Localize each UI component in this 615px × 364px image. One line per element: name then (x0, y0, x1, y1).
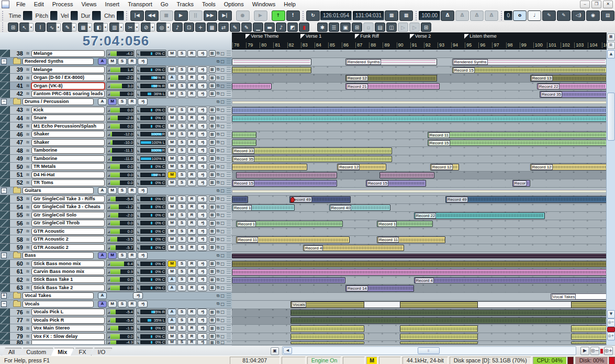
track-solo-button[interactable]: S (177, 196, 186, 202)
clip-row-d4-hi-hat[interactable] (232, 172, 607, 179)
track-mute-button[interactable]: M (167, 228, 176, 235)
minimize-track-icon[interactable]: □ (220, 318, 225, 323)
track-solo-button[interactable]: S (177, 309, 186, 315)
big-time-display[interactable]: 57:04:056 (0, 32, 232, 49)
row-resize-handle[interactable] (227, 196, 231, 201)
whole-note-icon[interactable]: o (513, 10, 527, 21)
track-strip[interactable] (0, 115, 10, 122)
clone-icon[interactable]: ⧉ (217, 269, 220, 274)
track-number[interactable]: 41 (10, 83, 24, 89)
menu-process[interactable]: Process (48, 0, 77, 9)
track-pan[interactable]: ◣100% R (136, 130, 166, 138)
piano-roll-icon[interactable]: ▦ (209, 204, 216, 210)
folder-name-box[interactable]: Vocal Takes (23, 292, 94, 299)
row-resize-handle[interactable] (227, 277, 231, 282)
clone-icon[interactable]: ⧉ (217, 51, 220, 56)
go-to-start-button[interactable]: |◀ (130, 10, 144, 21)
track-row-gtr-singlecoil-solo[interactable]: 55≋Gtr SingleCoil Solo◢-2.0◣0% CMSR»)▦⧉□ (0, 211, 232, 219)
minimize-track-icon[interactable]: □ (220, 334, 225, 339)
clip[interactable] (379, 172, 434, 178)
track-pan[interactable]: ◣0% C (136, 284, 166, 292)
row-resize-handle[interactable] (227, 164, 231, 169)
row-resize-handle[interactable] (227, 107, 231, 112)
minimize-icon[interactable]: – (580, 1, 590, 8)
track-number[interactable]: 57 (10, 228, 24, 234)
zoom-out-icon[interactable]: ◎− (590, 347, 599, 355)
track-name-box[interactable]: GTR Acoustic 2 (31, 236, 105, 243)
clip[interactable] (290, 334, 364, 340)
layout-tool-icon[interactable]: ▥▾ (109, 22, 120, 32)
track-row-gtr-singlecoil-throb[interactable]: 56≋Gtr SingleCoil Throb◢0.0◣0% CMSR»)▦⧉□ (0, 220, 232, 228)
track-row-carvin-bass-mono-mix[interactable]: 61≋Carvin Bass mono mix◢0.9◣0% CMSR»)▦⧉□ (0, 268, 232, 276)
track-pan[interactable]: ◣0% C (136, 163, 166, 170)
clip[interactable] (232, 190, 607, 193)
event-list-icon[interactable]: ☰ (329, 22, 339, 32)
clip-row-bass[interactable] (232, 252, 607, 260)
track-record-button[interactable]: R (187, 220, 196, 226)
track-output-button[interactable]: ») (197, 309, 207, 315)
view-options-icon[interactable]: ✱ (317, 22, 328, 32)
folder-mute-button[interactable]: M (108, 187, 117, 194)
menu-windows[interactable]: Windows (248, 0, 280, 9)
track-record-button[interactable]: R (187, 90, 196, 97)
clip-row-melange[interactable]: Record 15 (232, 66, 607, 74)
clone-icon[interactable]: ⧉ (217, 285, 220, 290)
folder-output-button[interactable]: ») (138, 301, 148, 308)
track-row-snare[interactable]: 44≋Snare◢-2.6◣0% CMSR»)▦⧉□ (0, 115, 232, 122)
dropdown-arrow-icon[interactable]: ▾ (166, 23, 171, 31)
ruler-bar-number[interactable]: 78 (232, 42, 239, 48)
track-archive-button[interactable]: A (167, 276, 176, 283)
ruler-bar-number[interactable]: 83 (301, 42, 308, 48)
track-strip[interactable] (0, 171, 10, 178)
track-record-button[interactable]: R (187, 285, 196, 291)
piano-roll-icon[interactable]: ▦ (209, 196, 216, 202)
track-mute-button[interactable]: M (167, 90, 176, 97)
track-pan[interactable]: ◣56% R (136, 74, 166, 82)
folder-record-button[interactable]: R (128, 301, 137, 308)
folder-row-drums-percussion[interactable]: −╱Drums / PercussionAMSR»)⧉□ (0, 98, 232, 106)
folder-record-button[interactable]: R (128, 187, 137, 194)
track-record-button[interactable]: R (187, 325, 196, 332)
row-resize-handle[interactable] (227, 67, 231, 72)
folder-solo-button[interactable]: S (118, 98, 127, 105)
minimize-track-icon[interactable]: □ (220, 51, 225, 56)
track-output-button[interactable]: ») (197, 83, 207, 89)
track-solo-button[interactable]: S (177, 131, 186, 138)
track-strip[interactable] (0, 131, 10, 138)
track-name-box[interactable]: Melange (31, 50, 105, 57)
track-output-button[interactable]: ») (197, 276, 207, 283)
folder-output-button[interactable]: ») (133, 292, 143, 299)
track-mute-button[interactable]: M (167, 50, 176, 57)
scroll-down-icon[interactable]: ▼ (607, 310, 615, 318)
track-name-box[interactable]: Snare (31, 115, 105, 121)
clone-icon[interactable]: ⧉ (217, 301, 220, 306)
folder-archive-button[interactable]: A (98, 58, 107, 65)
track-solo-button[interactable]: S (177, 276, 186, 283)
snap-value-display[interactable]: 0 (504, 11, 512, 20)
track-row-vocals-pick-r[interactable]: 77≋Vocals Pick R◢-5.4◣35% LASR»)▦⧉□ (0, 316, 232, 324)
piano-roll-icon[interactable]: ▦ (209, 90, 216, 97)
track-output-button[interactable]: ») (197, 131, 207, 138)
clip-record-12[interactable]: Record 12 (337, 164, 386, 170)
track-volume[interactable]: ◢-12.0 (106, 130, 135, 138)
clip[interactable] (571, 325, 607, 332)
clip-row-shaker[interactable]: Record 15 (232, 139, 607, 147)
dropdown-arrow-icon[interactable]: ▾ (119, 23, 124, 31)
minimize-track-icon[interactable]: □ (220, 253, 225, 258)
clip-record-40[interactable]: Record 40 (329, 204, 391, 211)
scale-tool-icon[interactable]: ▁ (253, 22, 263, 32)
track-name-box[interactable]: Gtr SingleCoil Take 3 - Riffs (31, 196, 105, 202)
clip[interactable] (232, 67, 311, 73)
piano-roll-icon[interactable]: ▦ (209, 123, 216, 129)
minimize-track-icon[interactable]: □ (220, 286, 225, 290)
track-strip[interactable] (0, 90, 10, 97)
ruler-bar-number[interactable]: 91 (410, 42, 417, 48)
track-record-button[interactable]: R (187, 276, 196, 283)
track-volume[interactable]: ◢0.0 (106, 171, 135, 179)
timeline-ruler[interactable]: 7879808182838485868788899091929394959697… (232, 32, 607, 50)
clip-row-melange[interactable] (232, 50, 607, 58)
row-resize-handle[interactable] (227, 91, 231, 96)
track-name-box[interactable]: TR Toms (31, 179, 105, 186)
minimize-track-icon[interactable]: □ (220, 261, 225, 266)
track-mute-button[interactable]: M (167, 244, 176, 251)
